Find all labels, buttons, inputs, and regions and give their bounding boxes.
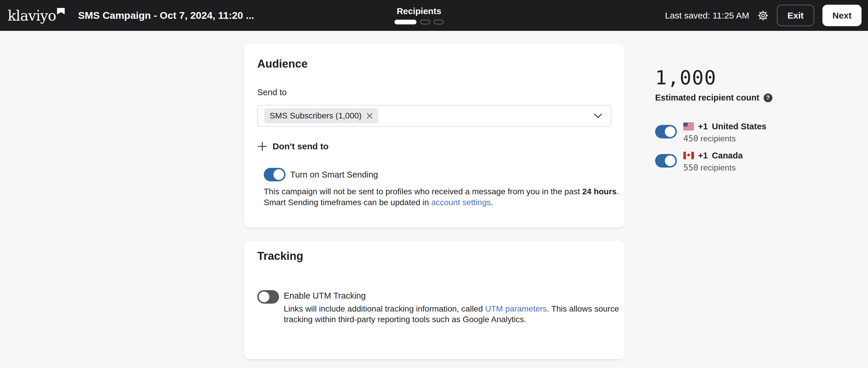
send-to-label: Send to bbox=[257, 87, 611, 97]
klaviyo-flag-icon bbox=[57, 8, 65, 15]
smart-sending-toggle[interactable] bbox=[264, 168, 285, 181]
smart-desc-text2-end: . bbox=[491, 198, 493, 207]
smart-sending-description: This campaign will not be sent to profil… bbox=[264, 186, 611, 208]
country-prefix: +1 bbox=[698, 150, 708, 161]
smart-desc-text-end: . bbox=[617, 187, 619, 196]
toggle-knob bbox=[259, 292, 269, 302]
account-settings-link[interactable]: account settings bbox=[431, 198, 491, 207]
exit-button[interactable]: Exit bbox=[777, 5, 814, 26]
campaign-setup-main: Audience Send to SMS Subscribers (1,000)… bbox=[0, 31, 868, 368]
step-pill-current[interactable] bbox=[395, 20, 417, 24]
top-bar: klaviyo SMS Campaign - Oct 7, 2024, 11:2… bbox=[0, 0, 868, 31]
klaviyo-logo[interactable]: klaviyo bbox=[8, 7, 65, 24]
audience-heading: Audience bbox=[257, 57, 611, 70]
toggle-knob bbox=[665, 126, 675, 137]
step-pill-3[interactable] bbox=[434, 20, 444, 24]
klaviyo-wordmark: klaviyo bbox=[8, 7, 56, 24]
utm-desc-text: Links will include additional tracking i… bbox=[284, 304, 485, 313]
united-states-toggle[interactable] bbox=[655, 125, 677, 138]
utm-parameters-link[interactable]: UTM parameters bbox=[485, 304, 547, 313]
last-saved-text: Last saved: 11:25 AM bbox=[665, 10, 749, 21]
top-bar-actions: Last saved: 11:25 AM Exit Next bbox=[665, 0, 862, 31]
country-name: United States bbox=[712, 122, 766, 131]
recipient-estimate-panel: 1,000 Estimated recipient count ? bbox=[655, 68, 843, 172]
dont-send-to-label: Don't send to bbox=[273, 141, 329, 152]
smart-sending-section: Turn on Smart Sending This campaign will… bbox=[264, 168, 611, 208]
campaign-title: SMS Campaign - Oct 7, 2024, 11:20 ... bbox=[78, 10, 254, 21]
country-prefix: +1 bbox=[698, 122, 708, 131]
audience-chip: SMS Subscribers (1,000) bbox=[264, 108, 378, 124]
wizard-steps: Recipients bbox=[395, 0, 444, 31]
chip-remove-icon[interactable] bbox=[366, 112, 373, 119]
audience-chip-label: SMS Subscribers (1,000) bbox=[270, 111, 362, 121]
help-icon[interactable]: ? bbox=[764, 94, 772, 102]
smart-sending-label: Turn on Smart Sending bbox=[290, 170, 378, 179]
country-row-united-states: +1 United States 450 recipients bbox=[655, 122, 843, 143]
utm-desc-text-end: . This allows source bbox=[547, 304, 619, 313]
step-label: Recipients bbox=[397, 6, 441, 16]
utm-desc-line2: tracking within third-party reporting to… bbox=[284, 314, 619, 325]
canada-toggle[interactable] bbox=[655, 154, 677, 168]
toggle-knob bbox=[274, 169, 284, 180]
canada-flag-icon bbox=[683, 152, 694, 159]
audience-card: Audience Send to SMS Subscribers (1,000)… bbox=[244, 44, 624, 228]
dont-send-to-button[interactable]: Don't send to bbox=[257, 141, 329, 152]
tracking-card: Tracking Enable UTM Tracking Links will … bbox=[244, 241, 624, 359]
chevron-down-icon bbox=[594, 113, 602, 119]
estimated-count: 1,000 bbox=[655, 68, 843, 88]
step-pill-2[interactable] bbox=[421, 20, 430, 24]
tracking-heading: Tracking bbox=[257, 249, 611, 263]
smart-desc-text: This campaign will not be sent to profil… bbox=[264, 187, 582, 196]
country-name: Canada bbox=[712, 150, 743, 161]
utm-tracking-label: Enable UTM Tracking bbox=[284, 291, 619, 301]
us-flag-icon bbox=[683, 123, 694, 130]
step-progress bbox=[395, 20, 444, 24]
next-button[interactable]: Next bbox=[823, 5, 862, 26]
country-recipient-word: recipients bbox=[701, 134, 736, 143]
utm-tracking-section: Enable UTM Tracking Links will include a… bbox=[257, 290, 611, 325]
sms-campaign-editor: klaviyo SMS Campaign - Oct 7, 2024, 11:2… bbox=[0, 0, 868, 368]
country-recipient-count: 450 bbox=[683, 134, 698, 143]
utm-tracking-toggle[interactable] bbox=[257, 290, 279, 304]
country-row-canada: +1 Canada 550 recipients bbox=[655, 150, 843, 172]
country-recipient-word: recipients bbox=[701, 163, 736, 172]
smart-desc-bold: 24 hours bbox=[582, 187, 617, 196]
plus-icon bbox=[257, 141, 267, 152]
send-to-select[interactable]: SMS Subscribers (1,000) bbox=[257, 105, 611, 127]
country-recipient-count: 550 bbox=[683, 163, 698, 172]
toggle-knob bbox=[665, 156, 675, 166]
smart-desc-text2: Smart Sending timeframes can be updated … bbox=[264, 198, 431, 207]
settings-gear-icon[interactable] bbox=[757, 10, 769, 21]
estimated-count-label: Estimated recipient count bbox=[655, 93, 760, 103]
utm-tracking-description: Links will include additional tracking i… bbox=[284, 304, 619, 325]
